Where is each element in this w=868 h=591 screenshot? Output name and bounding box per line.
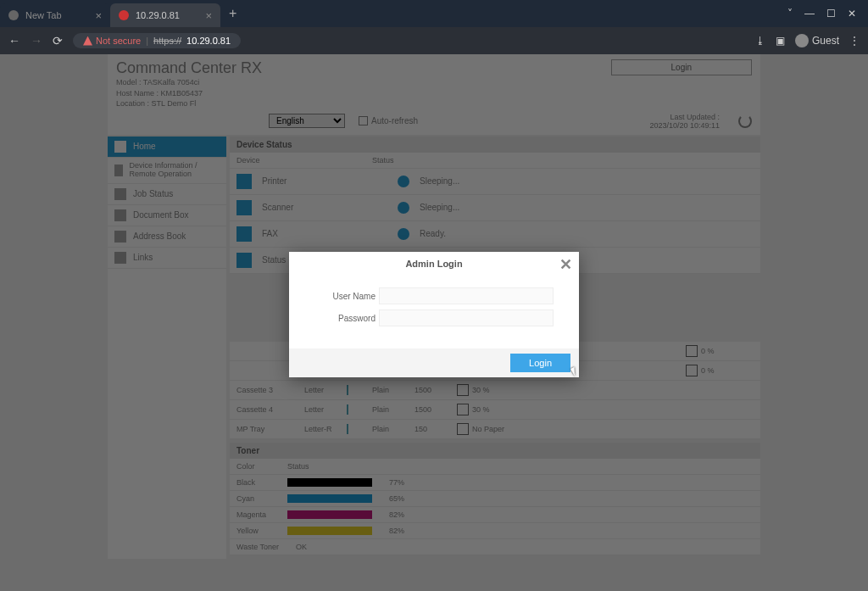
username-input[interactable] [379, 287, 554, 304]
close-icon[interactable]: ✕ [559, 255, 572, 274]
modal-title: Admin Login [405, 259, 462, 269]
cursor-icon [572, 366, 582, 380]
username-label: User Name [314, 292, 376, 301]
admin-login-modal: Admin Login ✕ User Name Password Login [289, 252, 579, 377]
password-input[interactable] [379, 309, 554, 326]
login-button[interactable]: Login [510, 354, 570, 372]
password-label: Password [314, 314, 376, 323]
